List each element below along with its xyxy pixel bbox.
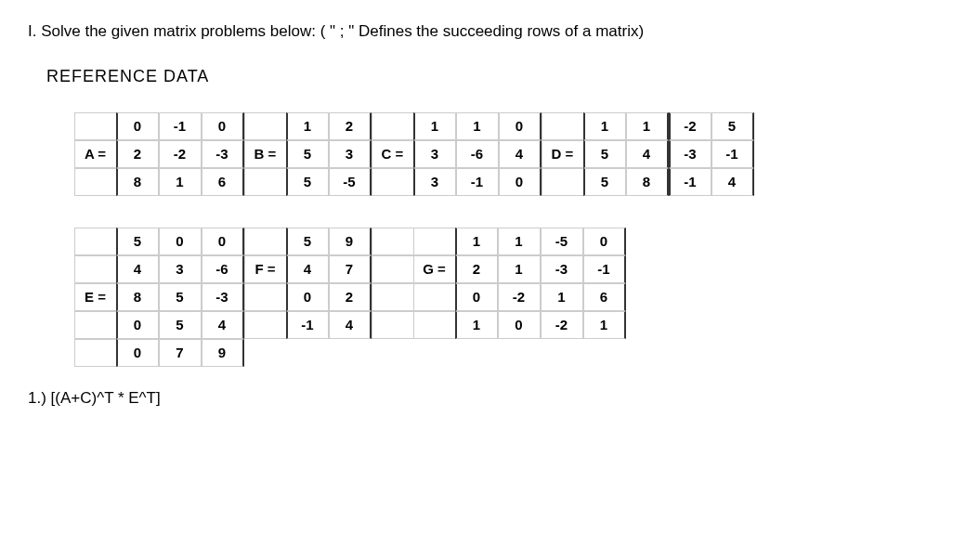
matrix-X-cell: -1 bbox=[669, 168, 711, 196]
spacer-cell bbox=[372, 283, 414, 311]
matrix-label-cell bbox=[413, 311, 456, 339]
matrix-X-cell: -3 bbox=[669, 140, 711, 168]
spacer-cell bbox=[372, 255, 414, 283]
matrix-C-cell: -6 bbox=[456, 140, 499, 168]
matrix-F-cell: 7 bbox=[329, 255, 372, 283]
matrix-E-cell: 5 bbox=[116, 228, 159, 255]
matrix-label-F: F = bbox=[244, 255, 287, 283]
matrix-E-cell: 0 bbox=[202, 228, 244, 255]
matrix-A-cell: 8 bbox=[116, 168, 159, 196]
matrix-A-cell: -2 bbox=[159, 140, 202, 168]
matrix-label-cell bbox=[244, 228, 287, 255]
matrix-label-cell bbox=[244, 283, 287, 311]
matrix-A-cell: 6 bbox=[202, 168, 244, 196]
matrix-G-cell: -2 bbox=[498, 283, 541, 311]
matrix-C-cell: -1 bbox=[456, 168, 499, 196]
matrix-D: D =115458 bbox=[542, 112, 669, 196]
matrix-B-cell: 1 bbox=[286, 112, 329, 140]
matrix-D-cell: 8 bbox=[626, 168, 669, 196]
matrix-G-cell: -1 bbox=[583, 255, 626, 283]
instruction-text: I. Solve the given matrix problems below… bbox=[28, 22, 951, 41]
matrix-label-cell bbox=[372, 112, 414, 140]
matrix-label-C: C = bbox=[372, 140, 414, 168]
matrix-E-cell: 5 bbox=[159, 283, 202, 311]
matrix-G-cell: 0 bbox=[455, 283, 498, 311]
matrix-D-cell: 1 bbox=[583, 112, 626, 140]
matrix-X: -25-3-1-14 bbox=[669, 112, 754, 196]
matrix-E-cell: 0 bbox=[159, 228, 202, 255]
matrix-label-D: D = bbox=[542, 140, 584, 168]
matrix-G-cell: -2 bbox=[541, 311, 583, 339]
matrix-G-cell: 1 bbox=[498, 228, 541, 255]
matrix-A-cell: 2 bbox=[116, 140, 159, 168]
matrix-A-cell: -1 bbox=[159, 112, 202, 140]
matrix-F-cell: 4 bbox=[286, 255, 329, 283]
matrix-label-E: E = bbox=[74, 283, 117, 311]
matrix-E-cell: 5 bbox=[159, 311, 202, 339]
matrix-label-cell bbox=[244, 311, 287, 339]
matrix-D-cell: 4 bbox=[626, 140, 669, 168]
matrix-G-cell: 0 bbox=[583, 228, 626, 255]
matrix-A: A =0-102-2-3816 bbox=[74, 112, 244, 196]
matrix-row-1: A =0-102-2-3816B =12535-5C =1103-643-10D… bbox=[74, 112, 951, 196]
matrix-E-cell: 7 bbox=[159, 339, 202, 367]
matrix-E-cell: 3 bbox=[159, 255, 202, 283]
matrix-C-cell: 0 bbox=[499, 112, 542, 140]
matrix-E-cell: -3 bbox=[202, 283, 244, 311]
matrix-G-cell: 1 bbox=[541, 283, 583, 311]
matrix-A-cell: 1 bbox=[159, 168, 202, 196]
matrix-label-cell bbox=[413, 283, 456, 311]
matrix-label-G: G = bbox=[413, 255, 456, 283]
matrix-label-cell bbox=[413, 228, 456, 255]
matrix-label-cell bbox=[74, 112, 117, 140]
matrix-E: E =50043-685-3054079 bbox=[74, 228, 244, 367]
matrix-label-cell bbox=[542, 168, 584, 196]
matrix-D-cell: 5 bbox=[583, 168, 626, 196]
matrix-D-cell: 1 bbox=[626, 112, 669, 140]
reference-heading: REFERENCE DATA bbox=[46, 67, 951, 86]
matrix-B-cell: 5 bbox=[286, 140, 329, 168]
matrix-D-cell: 5 bbox=[583, 140, 626, 168]
matrix-C-cell: 1 bbox=[413, 112, 456, 140]
matrix-G-cell: -5 bbox=[541, 228, 583, 255]
matrix-label-cell bbox=[372, 168, 414, 196]
matrix-G-cell: 2 bbox=[455, 255, 498, 283]
matrix-G-cell: 1 bbox=[455, 228, 498, 255]
matrix-label-cell bbox=[74, 311, 117, 339]
matrix-B-cell: -5 bbox=[329, 168, 372, 196]
matrix-E-cell: 0 bbox=[116, 311, 159, 339]
matrix-F-cell: 0 bbox=[286, 283, 329, 311]
matrix-label-cell bbox=[244, 112, 287, 140]
matrix-label-cell bbox=[74, 228, 117, 255]
matrix-G-cell: 1 bbox=[455, 311, 498, 339]
matrix-G-cell: 1 bbox=[498, 255, 541, 283]
matrix-F: F =594702-14 bbox=[244, 228, 372, 339]
matrix-label-cell bbox=[74, 339, 117, 367]
matrix-F-cell: 5 bbox=[286, 228, 329, 255]
matrix-section: A =0-102-2-3816B =12535-5C =1103-643-10D… bbox=[74, 112, 951, 367]
matrix-B-cell: 5 bbox=[286, 168, 329, 196]
spacer-cell bbox=[372, 311, 414, 339]
matrix-A-cell: -3 bbox=[202, 140, 244, 168]
matrix-C-cell: 0 bbox=[499, 168, 542, 196]
matrix-X-cell: 4 bbox=[711, 168, 754, 196]
spacer-cell bbox=[372, 228, 414, 255]
matrix-G-cell: 0 bbox=[498, 311, 541, 339]
matrix-B-cell: 3 bbox=[329, 140, 372, 168]
matrix-label-A: A = bbox=[74, 140, 117, 168]
matrix-C-cell: 4 bbox=[499, 140, 542, 168]
matrix-F-cell: -1 bbox=[286, 311, 329, 339]
matrix-E-cell: 9 bbox=[202, 339, 244, 367]
matrix-F-cell: 9 bbox=[329, 228, 372, 255]
matrix-C-cell: 3 bbox=[413, 168, 456, 196]
matrix-F-cell: 4 bbox=[329, 311, 372, 339]
matrix-A-cell: 0 bbox=[116, 112, 159, 140]
matrix-C-cell: 1 bbox=[456, 112, 499, 140]
matrix-E-cell: 4 bbox=[116, 255, 159, 283]
matrix-A-cell: 0 bbox=[202, 112, 244, 140]
matrix-X-cell: 5 bbox=[711, 112, 754, 140]
matrix-E-cell: 4 bbox=[202, 311, 244, 339]
matrix-X-cell: -1 bbox=[711, 140, 754, 168]
matrix-G-cell: -3 bbox=[541, 255, 583, 283]
matrix-label-cell bbox=[74, 255, 117, 283]
